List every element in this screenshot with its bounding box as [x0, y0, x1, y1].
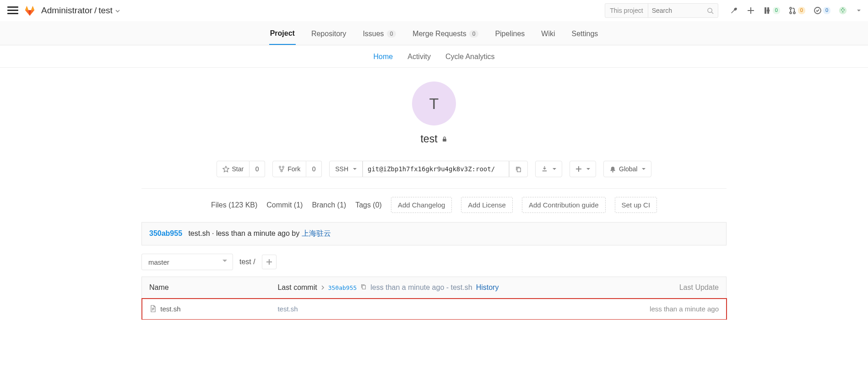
search-input[interactable]: [648, 4, 703, 17]
svg-rect-24: [542, 170, 547, 171]
svg-rect-9: [767, 10, 770, 11]
fork-button[interactable]: Fork: [272, 161, 306, 177]
svg-point-27: [612, 171, 613, 172]
svg-line-4: [711, 12, 713, 14]
col-last-commit-label: Last commit: [277, 283, 317, 292]
branch-select[interactable]: master: [141, 254, 233, 270]
tab-issues[interactable]: Issues 0: [362, 21, 397, 45]
col-last-update: Last Update: [679, 283, 719, 291]
last-commit-time: less than a minute ago by: [216, 229, 299, 237]
new-plus-icon[interactable]: [747, 6, 755, 15]
tab-repository[interactable]: Repository: [310, 21, 347, 45]
tab-merge-requests[interactable]: Merge Requests 0: [412, 21, 479, 45]
download-button[interactable]: [535, 161, 562, 177]
svg-point-21: [282, 166, 284, 168]
last-commit-sep: ·: [212, 229, 214, 237]
svg-point-15: [841, 9, 842, 11]
header-commit-info: less than a minute ago - test.sh: [370, 283, 472, 292]
stat-tags[interactable]: Tags (0): [355, 201, 382, 209]
copy-url-button[interactable]: [509, 161, 528, 177]
chevron-down-icon: [553, 168, 556, 172]
tab-issues-count: 0: [387, 30, 396, 38]
svg-rect-23: [517, 168, 521, 171]
setup-ci-button[interactable]: Set up CI: [615, 197, 657, 213]
svg-rect-7: [765, 7, 766, 14]
svg-point-10: [790, 7, 792, 9]
add-contribution-guide-button[interactable]: Add Contribution guide: [522, 197, 606, 213]
breadcrumb-owner[interactable]: Administrator: [41, 5, 92, 16]
last-commit-author[interactable]: 上海驻云: [302, 229, 331, 237]
clone-protocol-dropdown[interactable]: SSH: [329, 161, 363, 177]
subtab-home[interactable]: Home: [374, 53, 393, 61]
hamburger-menu-icon[interactable]: [7, 6, 18, 15]
svg-rect-19: [443, 139, 446, 141]
svg-point-22: [281, 170, 282, 172]
file-commit-msg: test.sh: [277, 305, 298, 313]
issues-shortcut-icon[interactable]: 0: [763, 6, 780, 15]
todos-shortcut-icon[interactable]: 0: [814, 6, 830, 15]
tab-settings[interactable]: Settings: [571, 21, 599, 45]
col-name: Name: [149, 283, 169, 291]
path-root[interactable]: test: [239, 258, 251, 266]
subtab-cycle-analytics[interactable]: Cycle Analytics: [445, 53, 495, 61]
star-button[interactable]: Star: [217, 161, 250, 177]
tab-issues-label: Issues: [363, 30, 384, 38]
svg-rect-6: [748, 10, 754, 11]
breadcrumb-project[interactable]: test: [98, 5, 113, 16]
chevron-down-icon: [353, 168, 357, 172]
file-tree-table: Name Last commit 350ab955 less than a mi…: [141, 277, 727, 320]
last-commit-sha[interactable]: 350ab955: [149, 229, 182, 237]
clone-url-input[interactable]: [363, 161, 509, 177]
add-dropdown-button[interactable]: [570, 161, 596, 177]
user-menu-caret-icon[interactable]: [855, 9, 861, 12]
last-commit-bar: 350ab955 test.sh · less than a minute ag…: [141, 222, 727, 245]
fork-count[interactable]: 0: [306, 161, 322, 177]
chevron-down-icon: [586, 168, 590, 172]
history-link[interactable]: History: [476, 283, 499, 292]
search-icon[interactable]: [703, 4, 718, 17]
svg-rect-0: [7, 6, 18, 8]
add-license-button[interactable]: Add License: [461, 197, 513, 213]
star-count[interactable]: 0: [250, 161, 265, 177]
chevron-down-icon: [642, 168, 646, 172]
svg-rect-1: [7, 10, 18, 11]
new-file-button[interactable]: [262, 255, 277, 269]
visibility-private-icon: [441, 133, 448, 145]
branch-selected: master: [148, 258, 169, 266]
tab-project[interactable]: Project: [269, 21, 296, 45]
star-label: Star: [232, 165, 244, 173]
stat-branches[interactable]: Branch (1): [312, 201, 346, 209]
user-avatar[interactable]: [839, 6, 847, 15]
notification-dropdown[interactable]: Global: [603, 161, 651, 177]
breadcrumb[interactable]: Administrator / test: [41, 5, 120, 16]
svg-point-12: [793, 12, 795, 14]
subtab-activity[interactable]: Activity: [407, 53, 431, 61]
last-commit-message: test.sh: [188, 229, 210, 237]
tab-pipelines[interactable]: Pipelines: [494, 21, 526, 45]
chevron-down-icon[interactable]: [115, 5, 120, 16]
clone-protocol-label: SSH: [335, 165, 348, 173]
issues-shortcut-count: 0: [773, 7, 780, 14]
svg-point-11: [790, 12, 792, 14]
add-changelog-button[interactable]: Add Changelog: [391, 197, 452, 213]
tab-wiki[interactable]: Wiki: [540, 21, 556, 45]
chevron-right-icon: [321, 283, 325, 292]
path-sep: /: [253, 258, 255, 266]
tab-mr-count: 0: [469, 30, 479, 38]
file-updated: less than a minute ago: [650, 305, 719, 313]
file-row[interactable]: test.sh test.sh less than a minute ago: [142, 299, 727, 320]
svg-rect-29: [266, 261, 272, 262]
admin-wrench-icon[interactable]: [730, 6, 738, 15]
gitlab-logo-icon[interactable]: [24, 5, 36, 16]
todos-shortcut-count: 0: [823, 7, 830, 14]
mr-shortcut-icon[interactable]: 0: [788, 6, 805, 15]
header-commit-sha[interactable]: 350ab955: [328, 284, 357, 291]
global-search[interactable]: This project: [605, 3, 718, 18]
project-avatar: T: [412, 82, 456, 125]
stat-commits[interactable]: Commit (1): [266, 201, 303, 209]
svg-rect-26: [576, 169, 581, 169]
svg-point-18: [842, 8, 844, 9]
search-scope[interactable]: This project: [605, 4, 648, 17]
copy-sha-icon[interactable]: [360, 283, 367, 292]
stat-files[interactable]: Files (123 KB): [211, 201, 257, 209]
